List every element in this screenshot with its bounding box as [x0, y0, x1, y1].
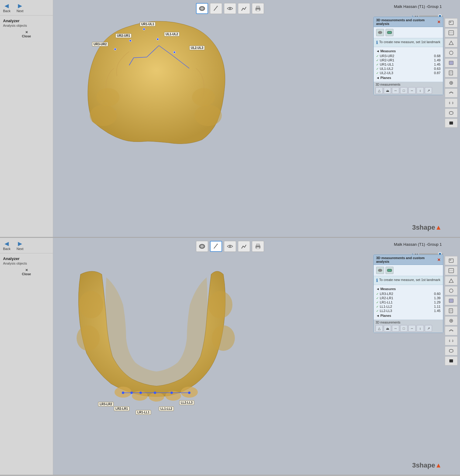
meas-icon-6-b[interactable]: ↗ [425, 325, 432, 332]
landmark-ur1-ul1-a: UR1-UL1 [140, 22, 156, 26]
measure-label-1-b: LR2-LR1 [380, 296, 430, 300]
planes-header-b: ◄ Planes [376, 313, 441, 318]
right-icon-3-a[interactable] [445, 48, 458, 57]
close-button-b[interactable]: ✕ Close [3, 268, 50, 276]
check-icon-2-b: ✓ [376, 301, 379, 304]
measure-label-3-a: UL1-UL2 [380, 67, 430, 70]
next-button-a[interactable]: ▶ Next [16, 2, 23, 13]
analysis-icons-b [374, 265, 443, 276]
right-icon-5-b[interactable] [445, 306, 458, 315]
meas-icon-2-b[interactable]: ↔ [392, 325, 399, 332]
measure-row-4-a: ✓ UL2-UL3 0.87 [376, 71, 441, 75]
check-icon-4-b: ✓ [376, 309, 379, 313]
right-icon-7-a[interactable] [445, 88, 458, 98]
meas-icon-1-a[interactable]: ⛰ [384, 87, 391, 94]
meas-icon-5-a[interactable]: ↕ [417, 87, 424, 94]
meas-icon-0-a[interactable]: △ [376, 87, 383, 94]
measure-value-2-b: 1.29 [431, 300, 441, 304]
toolbar-chart-b[interactable] [238, 241, 250, 252]
right-icon-7-b[interactable] [445, 326, 458, 335]
svg-rect-33 [449, 122, 453, 125]
meas-icon-4-a[interactable]: ↔ [408, 87, 416, 94]
right-icon-8-b[interactable] [445, 336, 458, 345]
measure-row-4-b: ✓ LL2-LL3 1.45 [376, 309, 441, 313]
right-icon-10-a[interactable] [445, 118, 458, 128]
analysis-icon-measure-b[interactable] [386, 267, 393, 274]
toolbar-draw-tool-b[interactable] [210, 241, 222, 252]
toolbar-model-view-b[interactable] [196, 241, 208, 252]
analysis-close-a[interactable]: ✕ [437, 20, 441, 24]
toolbar-visibility-a[interactable] [224, 3, 236, 14]
meas-icon-0-b[interactable]: △ [376, 325, 383, 332]
right-icon-8-a[interactable] [445, 98, 458, 108]
patient-info-a: Malk Hassan (T1) -Group 1 [394, 4, 442, 9]
svg-point-45 [212, 325, 235, 351]
right-icon-1-b[interactable] [445, 266, 458, 275]
back-button-b[interactable]: ◀ Back [3, 240, 10, 251]
measurements-icons-b: △ ⛰ ↔ □ ↔ ↕ ↗ [376, 325, 441, 332]
measure-row-1-a: ✓ UR2-UR1 1.49 [376, 58, 441, 62]
svg-marker-68 [449, 279, 453, 283]
svg-point-38 [229, 245, 231, 247]
meas-icon-3-a[interactable]: □ [400, 87, 407, 94]
svg-rect-70 [449, 299, 453, 303]
analysis-header-a: 3D measurements and custom analysis ✕ [374, 17, 443, 27]
right-icon-4-a[interactable] [445, 58, 458, 67]
toolbar-print-b[interactable] [252, 241, 264, 252]
analysis-icon-model-a[interactable] [376, 29, 384, 36]
right-icon-0-a[interactable] [445, 18, 458, 27]
landmark-ll1-ll2-b: LL1-LL2 [159, 406, 174, 411]
right-icon-10-b[interactable] [445, 356, 458, 365]
right-icon-2-a[interactable] [445, 38, 458, 47]
analysis-icon-measure-a[interactable] [386, 29, 393, 36]
meas-icon-3-b[interactable]: □ [400, 325, 407, 332]
right-icons-b [445, 256, 460, 365]
measure-value-4-b: 1.45 [431, 309, 441, 313]
meas-icon-5-b[interactable]: ↕ [417, 325, 424, 332]
measures-section-a: ◄ Measures ✓ UR3-UR2 0.68 ✓ UR2-UR1 1.49… [374, 47, 443, 82]
close-label-a: Close [22, 34, 31, 38]
meas-icon-6-a[interactable]: ↗ [425, 87, 432, 94]
toolbar-chart-a[interactable] [238, 3, 250, 14]
svg-rect-7 [256, 9, 259, 11]
right-icon-0-b[interactable] [445, 256, 458, 265]
next-button-b[interactable]: ▶ Next [16, 240, 23, 251]
analysis-icon-model-b[interactable] [376, 267, 384, 274]
right-icon-5-a[interactable] [445, 68, 458, 77]
toolbar-visibility-b[interactable] [224, 241, 236, 252]
toolbar-print-a[interactable] [252, 3, 264, 14]
brand-triangle-b: ▲ [435, 461, 442, 469]
svg-point-43 [208, 291, 232, 318]
meas-icon-2-a[interactable]: ↔ [392, 87, 399, 94]
right-icon-3-b[interactable] [445, 286, 458, 295]
measure-label-4-b: LL2-LL3 [380, 309, 430, 313]
meas-icon-4-b[interactable]: ↔ [408, 325, 416, 332]
right-icon-9-a[interactable] [445, 108, 458, 118]
toolbar-model-view-a[interactable] [196, 3, 208, 14]
svg-rect-18 [387, 31, 392, 34]
next-arrow-icon-b: ▶ [18, 240, 22, 247]
next-label: Next [16, 9, 23, 13]
back-label-b: Back [3, 247, 10, 251]
check-icon-1-b: ✓ [376, 296, 379, 300]
svg-point-69 [449, 289, 453, 293]
svg-point-44 [77, 325, 100, 351]
measure-label-0-b: LR3-LR2 [380, 292, 430, 296]
measure-row-0-b: ✓ LR3-LR2 0.60 [376, 292, 441, 296]
measure-value-2-a: 1.45 [431, 63, 441, 66]
analysis-close-b[interactable]: ✕ [437, 258, 441, 262]
info-icon-a: ℹ [376, 40, 378, 45]
right-icon-1-a[interactable] [445, 28, 458, 37]
meas-icon-1-b[interactable]: ⛰ [384, 325, 391, 332]
right-icon-6-a[interactable] [445, 78, 458, 87]
sidebar-a: ◀ Back ▶ Next Analyzer Analysis objects … [0, 0, 53, 237]
back-button-a[interactable]: ◀ Back [3, 2, 10, 13]
right-icon-2-b[interactable] [445, 276, 458, 285]
measure-row-0-a: ✓ UR3-UR2 0.68 [376, 54, 441, 58]
svg-rect-25 [449, 61, 453, 65]
right-icon-4-b[interactable] [445, 296, 458, 305]
close-button-a[interactable]: ✕ Close [3, 30, 50, 38]
right-icon-9-b[interactable] [445, 346, 458, 355]
toolbar-draw-tool-a[interactable] [210, 3, 222, 14]
right-icon-6-b[interactable] [445, 316, 458, 325]
